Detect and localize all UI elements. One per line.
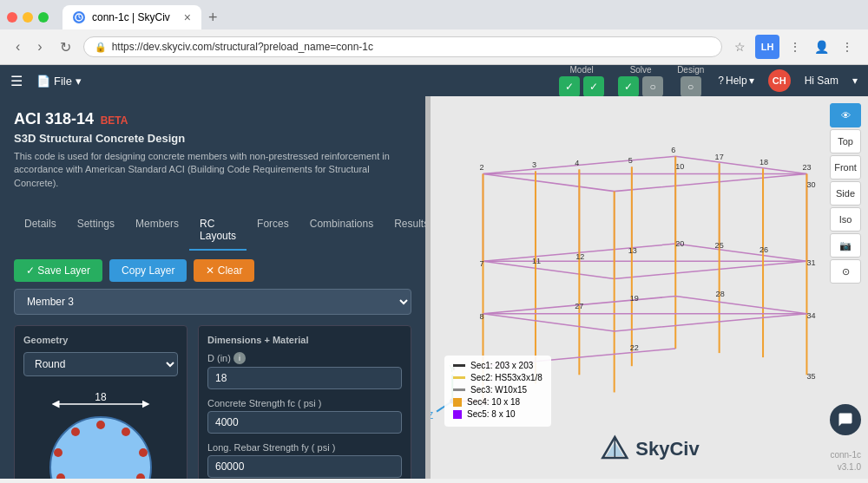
svg-text:5: 5 (628, 156, 633, 165)
geometry-title: Geometry (23, 335, 178, 345)
screenshot-button[interactable]: 📷 (830, 233, 861, 258)
file-icon: 📄 (36, 75, 50, 88)
legend-color-sec5 (453, 410, 462, 419)
user-initials: CH (773, 75, 786, 86)
back-button[interactable]: ‹ (10, 37, 25, 56)
svg-text:3: 3 (532, 160, 536, 169)
user-chevron-icon[interactable]: ▾ (852, 75, 858, 87)
tabs-row: Details Settings Members RC Layouts Forc… (0, 197, 425, 251)
model-icon-1[interactable]: ✓ (559, 76, 580, 97)
legend: Sec1: 203 x 203 Sec2: HS53x3x1/8 Sec3: W… (444, 356, 551, 427)
tab-members[interactable]: Members (125, 211, 189, 251)
svg-text:25: 25 (715, 241, 724, 250)
tab-close-button[interactable]: × (184, 10, 191, 24)
legend-item-sec1: Sec1: 203 x 203 (453, 361, 542, 370)
legend-item-sec2: Sec2: HS53x3x1/8 (453, 373, 542, 382)
top-view-button[interactable]: Top (830, 129, 861, 153)
help-icon: ? (718, 75, 724, 87)
reload-button[interactable]: ↻ (55, 37, 76, 57)
hamburger-menu-button[interactable]: ☰ (10, 73, 23, 89)
fy-input[interactable] (207, 455, 402, 478)
new-tab-button[interactable]: + (205, 9, 221, 27)
svg-text:6: 6 (671, 146, 675, 154)
tab-settings[interactable]: Settings (67, 211, 125, 251)
chat-button[interactable] (830, 404, 861, 435)
model-label: Model (570, 65, 594, 75)
address-bar[interactable]: 🔒 https://dev.skyciv.com/structural?prel… (83, 36, 722, 57)
browser-tab[interactable]: conn-1c | SkyCiv × (62, 5, 201, 29)
legend-label-sec3: Sec3: W10x15 (470, 385, 527, 395)
tab-forces[interactable]: Forces (247, 211, 299, 251)
skyciv-icon (599, 434, 630, 465)
bookmark-button[interactable]: ☆ (729, 36, 750, 57)
tab-results[interactable]: Results (384, 211, 425, 251)
svg-text:30: 30 (806, 180, 815, 189)
svg-point-12 (54, 448, 62, 457)
left-panel: ACI 318-14 BETA S3D Structural Concrete … (0, 96, 425, 479)
maximize-window-button[interactable] (38, 12, 49, 23)
save-layer-button[interactable]: ✓ Save Layer (14, 259, 102, 282)
legend-item-sec5: Sec5: 8 x 10 (453, 409, 542, 419)
d-input[interactable] (207, 367, 402, 389)
svg-point-4 (96, 421, 105, 429)
svg-text:2: 2 (479, 163, 483, 172)
geometry-box: Geometry Round Rectangular (14, 325, 187, 479)
svg-text:23: 23 (802, 163, 811, 172)
minimize-window-button[interactable] (23, 12, 33, 23)
tab-rc-layouts[interactable]: RC Layouts (189, 211, 247, 251)
solve-icon-1[interactable]: ✓ (618, 76, 639, 97)
user-avatar: CH (768, 69, 791, 92)
fc-input[interactable] (207, 411, 402, 434)
legend-color-sec4 (453, 398, 462, 407)
action-buttons: ✓ Save Layer Copy Layer ✕ Clear (0, 259, 425, 289)
iso-view-button[interactable]: Iso (830, 207, 861, 232)
account-button[interactable]: 👤 (811, 36, 832, 57)
panel-header: ACI 318-14 BETA S3D Structural Concrete … (0, 96, 425, 197)
svg-point-13 (71, 428, 80, 436)
copy-layer-button[interactable]: Copy Layer (109, 259, 187, 282)
help-button[interactable]: ? Help ▾ (718, 75, 753, 87)
legend-label-sec2: Sec2: HS53x3x1/8 (470, 373, 542, 382)
forward-button[interactable]: › (32, 37, 47, 56)
member-select[interactable]: Member 3 Member 1 Member 2 Member 4 (14, 289, 411, 315)
svg-text:31: 31 (806, 258, 815, 267)
design-group: Design ○ (677, 65, 704, 97)
svg-text:19: 19 (630, 294, 639, 303)
file-menu-button[interactable]: 📄 File ▾ (30, 71, 89, 91)
solve-label: Solve (630, 65, 652, 75)
fullscreen-button[interactable]: ⊙ (830, 259, 861, 284)
panel-description: This code is used for designing concrete… (14, 150, 411, 190)
svg-text:22: 22 (630, 343, 639, 352)
help-chevron-icon: ▾ (749, 75, 754, 87)
fc-label: Concrete Strength fc ( psi ) (207, 398, 402, 408)
d-info-icon[interactable]: i (233, 352, 246, 364)
legend-color-sec2 (453, 376, 465, 379)
design-label: Design (677, 65, 704, 75)
svg-point-5 (122, 428, 130, 436)
svg-text:28: 28 (716, 290, 725, 298)
tab-details[interactable]: Details (14, 211, 67, 251)
eye-view-button[interactable]: 👁 (830, 103, 861, 127)
shape-select[interactable]: Round Rectangular (23, 352, 178, 376)
tab-combinations[interactable]: Combinations (299, 211, 384, 251)
close-window-button[interactable] (7, 12, 17, 23)
panel-subtitle: S3D Structural Concrete Design (14, 132, 411, 145)
solve-icon-2[interactable]: ○ (642, 76, 663, 97)
model-icon-2[interactable]: ✓ (583, 76, 604, 97)
extensions-button[interactable]: ⋮ (785, 36, 806, 57)
design-icon-1[interactable]: ○ (681, 76, 701, 97)
lock-icon: 🔒 (95, 42, 107, 53)
model-solve-design-bar: Model ✓ ✓ Solve ✓ ○ Design ○ ? (559, 65, 858, 97)
help-label: Help (726, 75, 747, 87)
svg-text:12: 12 (575, 252, 584, 261)
clear-button[interactable]: ✕ Clear (194, 259, 254, 282)
front-view-button[interactable]: Front (830, 155, 861, 179)
fy-label: Long. Rebar Strength fy ( psi ) (207, 442, 402, 453)
svg-text:35: 35 (806, 372, 815, 381)
tab-title: conn-1c | SkyCiv (92, 11, 170, 23)
menu-button[interactable]: ⋮ (837, 36, 858, 57)
svg-text:18: 18 (760, 158, 768, 166)
fc-field-group: Concrete Strength fc ( psi ) (207, 398, 402, 434)
fy-field-group: Long. Rebar Strength fy ( psi ) (207, 442, 402, 478)
side-view-button[interactable]: Side (830, 181, 861, 206)
